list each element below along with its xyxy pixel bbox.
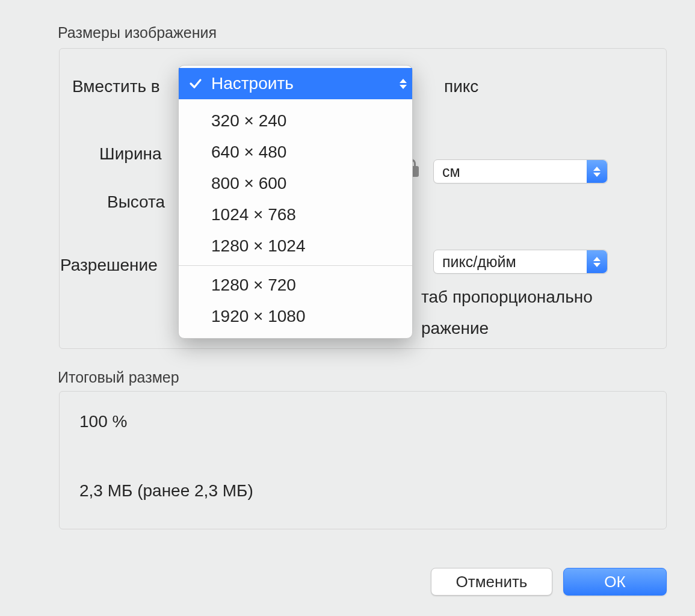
dimension-units-value: см [442, 163, 460, 180]
resolution-units-select[interactable]: пикс/дюйм [433, 250, 608, 274]
resulting-size-group [59, 391, 667, 529]
updown-icon [393, 68, 413, 99]
height-label: Высота [107, 192, 165, 212]
checkmark-icon [188, 76, 203, 90]
ok-button[interactable]: ОК [563, 568, 667, 596]
menu-item-label: Настроить [211, 74, 294, 93]
menu-item-preset[interactable]: 1280 × 720 [179, 270, 412, 301]
cancel-button[interactable]: Отменить [431, 568, 552, 596]
menu-item-label: 1280 × 1024 [211, 236, 306, 256]
menu-item-preset[interactable]: 800 × 600 [179, 168, 412, 199]
menu-item-label: 1920 × 1080 [211, 307, 306, 326]
menu-item-label: 1024 × 768 [211, 205, 296, 224]
resulting-size-group-label: Итоговый размер [58, 369, 179, 386]
fit-into-dropdown-menu[interactable]: Настроить 320 × 240 640 × 480 800 × 600 … [178, 65, 413, 339]
menu-item-custom[interactable]: Настроить [179, 68, 412, 99]
menu-item-label: 320 × 240 [211, 111, 286, 131]
dimension-units-select[interactable]: см [433, 159, 608, 183]
result-percent: 100 % [79, 412, 127, 431]
fit-into-label: Вместить в [72, 77, 160, 96]
menu-item-label: 800 × 600 [211, 174, 286, 193]
menu-item-label: 640 × 480 [211, 143, 286, 162]
width-label: Ширина [99, 144, 162, 164]
menu-separator [179, 265, 412, 266]
pixels-unit-label: пикс [444, 77, 478, 96]
menu-item-preset[interactable]: 1280 × 1024 [179, 230, 412, 262]
resolution-label: Разрешение [60, 256, 158, 275]
menu-item-preset[interactable]: 1920 × 1080 [179, 301, 412, 332]
menu-item-preset[interactable]: 640 × 480 [179, 137, 412, 168]
scale-proportionally-partial-label: таб пропорционально [421, 288, 593, 307]
menu-item-preset[interactable]: 1024 × 768 [179, 199, 412, 230]
updown-icon [587, 250, 607, 273]
updown-icon [587, 160, 607, 183]
resample-image-partial-label: ражение [421, 319, 489, 338]
menu-item-label: 1280 × 720 [211, 276, 296, 295]
resolution-units-value: пикс/дюйм [442, 253, 516, 271]
result-filesize: 2,3 МБ (ранее 2,3 МБ) [79, 481, 253, 500]
menu-item-preset[interactable]: 320 × 240 [179, 105, 412, 137]
image-dimensions-group-label: Размеры изображения [58, 24, 217, 42]
